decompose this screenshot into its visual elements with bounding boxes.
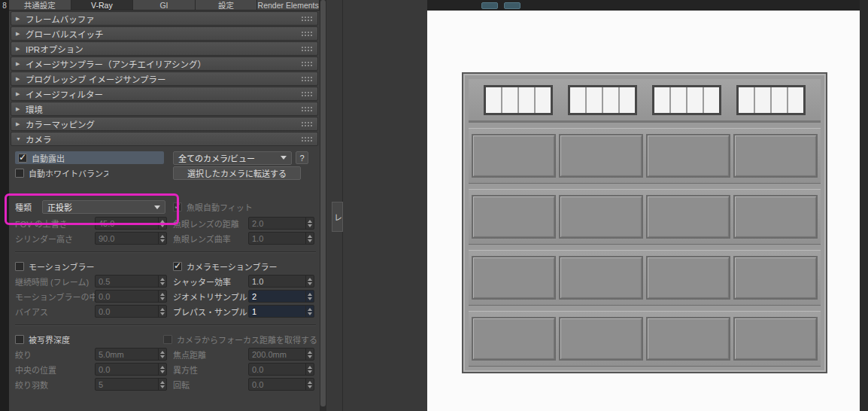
spinner-arrows-icon[interactable] [305,276,314,287]
rollout-color-mapping[interactable]: カラーマッピング [11,117,318,131]
spinner-arrows-icon[interactable] [158,276,166,287]
door-window [652,85,721,115]
rollout-ipr-options[interactable]: IPRオプション [11,41,318,56]
rollout-frame-buffer[interactable]: フレームバッファ [11,11,318,26]
anisotropy-label: 異方性 [173,364,248,376]
anisotropy-spinner[interactable]: 0.0 [248,363,314,376]
center-bias-spinner[interactable]: 0.0 [95,363,167,376]
motion-blur-checkbox[interactable] [15,262,24,271]
auto-white-balance-label: 自動ホワイトバランス [29,167,108,179]
spinner-arrows-icon[interactable] [158,291,166,302]
cylinder-height-spinner[interactable]: 90.0 [95,232,167,245]
transfer-to-camera-button[interactable]: 選択したカメラに転送する [173,166,301,180]
scrollbar-thumb[interactable] [320,0,326,406]
panel-scrollbar[interactable] [320,0,326,411]
spinner-arrows-icon[interactable] [158,306,166,317]
tab-vray[interactable]: V-Ray [71,0,134,10]
drag-grip-icon[interactable] [302,106,313,112]
drag-grip-icon[interactable] [302,121,313,127]
vfb-toolbar-button-1[interactable] [481,2,498,9]
door-panel [646,317,730,361]
door-window [736,85,806,115]
drag-grip-icon[interactable] [302,16,313,22]
drag-grip-icon[interactable] [302,31,313,37]
rendered-garage-door [462,72,827,373]
spinner-arrows-icon[interactable] [158,364,166,375]
shutter-efficiency-spinner[interactable]: 1.0 [248,275,314,288]
aperture-spinner[interactable]: 5.0mm [95,348,167,361]
camera-motion-blur-checkbox[interactable] [173,262,182,271]
spinner-arrows-icon[interactable] [305,233,314,244]
fisheye-curve-label: 魚眼レンズ曲率 [173,233,248,245]
geometry-samples-spinner[interactable]: 2 [248,290,314,303]
camera-rollout-content: 自動露出 全てのカメラ/ビュー ? 自動ホワイトバランス 選択し [9,147,320,391]
door-panel [559,195,643,239]
door-row [469,250,821,306]
duration-spinner[interactable]: 0.5 [95,275,167,288]
auto-exposure-row[interactable]: 自動露出 [15,151,164,164]
drag-grip-icon[interactable] [302,46,313,52]
auto-exposure-checkbox[interactable] [18,154,27,163]
render-setup-panel: 共通設定 V-Ray GI 設定 Render Elements フレームバッフ… [9,0,320,411]
door-panel [646,134,730,178]
spinner-arrows-icon[interactable] [158,379,166,390]
dock-gap: レ [320,0,427,411]
door-panel [646,195,730,239]
duration-label: 継続時間 (フレーム) [15,276,95,288]
window-pane [620,87,635,113]
rollout-environment[interactable]: 環境 [11,102,318,116]
camera-scope-dropdown[interactable]: 全てのカメラ/ビュー [173,151,292,165]
blades-spinner[interactable]: 5 [95,378,167,391]
help-button[interactable]: ? [296,151,308,164]
drag-grip-icon[interactable] [302,61,313,67]
rollout-global-switches[interactable]: グローバルスイッチ [11,26,318,41]
window-pane [704,87,719,113]
drag-grip-icon[interactable] [302,76,313,82]
auto-white-balance-checkbox[interactable] [15,169,24,178]
fisheye-curve-spinner[interactable]: 1.0 [248,232,314,245]
tab-common-settings[interactable]: 共通設定 [9,0,71,10]
door-window [568,85,637,115]
tab-gi[interactable]: GI [133,0,196,10]
drag-grip-icon[interactable] [302,91,313,97]
rollout-label: イメージフィルター [26,88,302,100]
spinner-arrows-icon[interactable] [305,291,314,302]
rollout-image-filter[interactable]: イメージフィルター [11,87,318,101]
rotation-spinner[interactable]: 0.0 [248,378,314,391]
tab-settings[interactable]: 設定 [196,0,258,10]
window-pane [687,87,703,113]
spinner-arrows-icon[interactable] [305,364,314,375]
spinner-arrows-icon[interactable] [305,379,314,390]
fisheye-autofit-checkbox[interactable] [173,202,182,212]
camera-scope-value: 全てのカメラ/ビュー [178,152,255,164]
window-pane [755,87,770,113]
fov-override-spinner[interactable]: 45.0 [95,217,167,230]
tab-render-elements[interactable]: Render Elements [257,0,320,10]
dof-checkbox[interactable] [15,335,24,344]
type-dropdown[interactable]: 正投影 [42,200,165,214]
rollout-progressive-image-sampler[interactable]: プログレッシブ イメージサンプラー [11,72,318,86]
focal-distance-spinner[interactable]: 200.0mm [248,348,314,361]
door-panel [733,256,818,300]
fisheye-distance-spinner[interactable]: 2.0 [248,217,314,230]
spinner-arrows-icon[interactable] [305,218,314,229]
mb-center-spinner[interactable]: 0.0 [95,290,167,303]
prepass-samples-label: プレパス・サンプル [173,306,248,318]
vfb-toolbar-button-2[interactable] [504,2,520,9]
focus-from-camera-checkbox[interactable] [163,335,172,344]
spinner-arrows-icon[interactable] [158,218,166,229]
rollout-camera[interactable]: カメラ [11,132,318,146]
bias-spinner[interactable]: 0.0 [95,305,167,318]
spinner-arrows-icon[interactable] [158,233,166,244]
window-pane [587,87,602,113]
rollout-image-sampler[interactable]: イメージサンプラー（アンチエイリアシング） [11,56,318,71]
spinner-arrows-icon[interactable] [305,349,314,360]
drag-grip-icon[interactable] [302,136,313,142]
fov-override-label: FOV の上書き [15,218,95,230]
focal-distance-label: 焦点距離 [173,349,248,361]
spinner-arrows-icon[interactable] [305,306,314,317]
window-pane [739,87,754,113]
prepass-samples-spinner[interactable]: 1 [248,305,314,318]
spinner-arrows-icon[interactable] [158,349,166,360]
viewport-side-tab[interactable]: レ [332,202,343,232]
